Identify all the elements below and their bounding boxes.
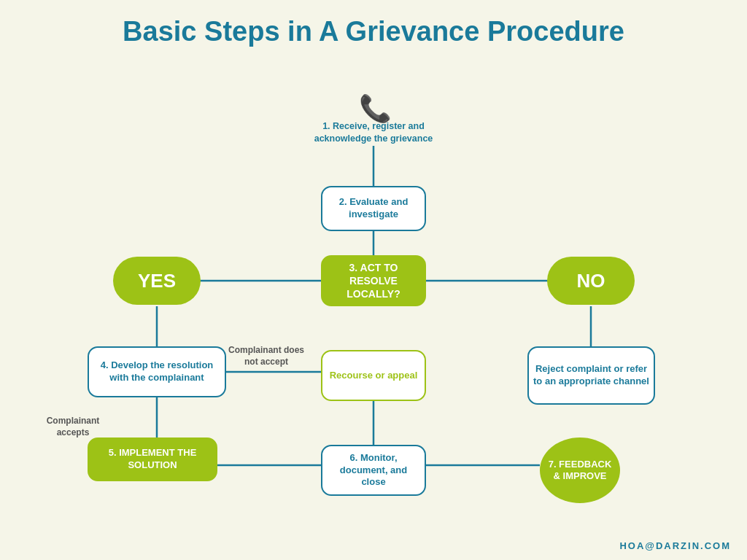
page: Basic Steps in A Grievance Procedure bbox=[0, 0, 747, 560]
page-title: Basic Steps in A Grievance Procedure bbox=[0, 0, 747, 55]
step3-box: 3. ACT TO RESOLVE LOCALLY? bbox=[321, 255, 426, 306]
step4-box: 4. Develop the resolution with the compl… bbox=[88, 346, 226, 397]
reject-box: Reject complaint or refer to an appropri… bbox=[527, 346, 655, 405]
step7-circle: 7. FEEDBACK & IMPROVE bbox=[540, 438, 620, 503]
yes-circle: YES bbox=[113, 257, 201, 305]
step1-label: 1. Receive, register and acknowledge the… bbox=[306, 120, 441, 145]
complainant-not-accept-label: Complainant does not accept bbox=[222, 345, 310, 368]
footer-text: HOA@DARZIN.COM bbox=[619, 540, 731, 551]
no-circle: NO bbox=[547, 257, 635, 305]
flowchart: 📞 1. Receive, register and acknowledge t… bbox=[0, 58, 747, 554]
step2-box: 2. Evaluate and investigate bbox=[321, 186, 426, 231]
step6-box: 6. Monitor, document, and close bbox=[321, 445, 426, 496]
phone-icon: 📞 bbox=[359, 93, 392, 124]
recourse-box: Recourse or appeal bbox=[321, 350, 426, 401]
complainant-accepts-label: Complainant accepts bbox=[36, 416, 109, 438]
step5-box: 5. IMPLEMENT THE SOLUTION bbox=[88, 438, 217, 481]
